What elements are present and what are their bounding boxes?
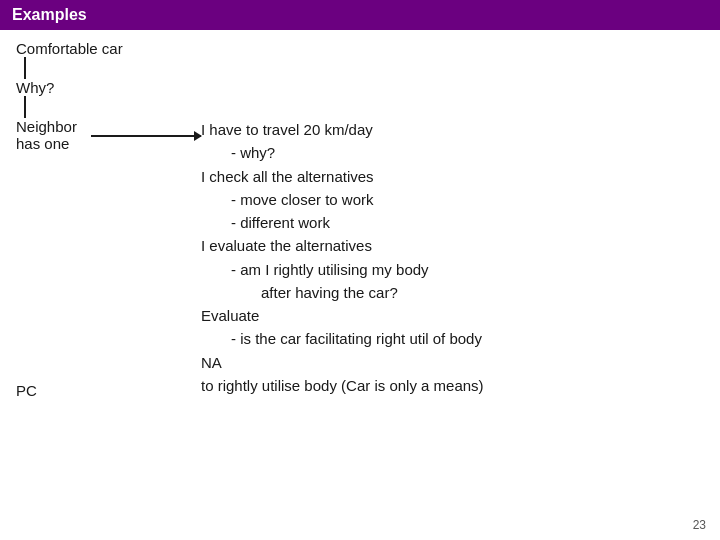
content-line-8: after having the car? — [261, 281, 704, 304]
content-line-9: Evaluate — [201, 304, 704, 327]
content-line-11: NA — [201, 351, 704, 374]
right-content-block: I have to travel 20 km/day - why? I chec… — [201, 118, 704, 397]
content-line-6: I evaluate the alternatives — [201, 234, 704, 257]
comfortable-car-item: Comfortable car — [16, 40, 704, 57]
arrow-line-h — [91, 135, 201, 137]
slide-header: Examples — [0, 0, 720, 30]
content-line-3: I check all the alternatives — [201, 165, 704, 188]
page-number: 23 — [693, 518, 706, 532]
comfortable-car-label: Comfortable car — [16, 40, 123, 57]
content-line-2: - why? — [231, 141, 704, 164]
connector-line-1 — [24, 57, 26, 79]
why-item: Why? — [16, 79, 704, 96]
why-label: Why? — [16, 79, 54, 96]
content-line-12: to rightly utilise body (Car is only a m… — [201, 374, 704, 397]
arrow-row: Neighbor has one PC I have to travel 20 … — [16, 118, 704, 399]
content-line-4: - move closer to work — [231, 188, 704, 211]
arrow-line — [91, 135, 201, 137]
pc-block: PC — [16, 382, 201, 399]
connector-line-2 — [24, 96, 26, 118]
neighbor-block: Neighbor has one — [16, 118, 201, 152]
neighbor-label: Neighbor has one — [16, 118, 91, 152]
left-items: Neighbor has one PC — [16, 118, 201, 399]
content-line-7: - am I rightly utilising my body — [231, 258, 704, 281]
content-line-5: - different work — [231, 211, 704, 234]
slide-body: Comfortable car Why? Neighbor has one — [0, 30, 720, 409]
pc-label: PC — [16, 382, 37, 399]
content-line-1: I have to travel 20 km/day — [201, 118, 704, 141]
content-line-10: - is the car facilitating right util of … — [231, 327, 704, 350]
header-title: Examples — [12, 6, 87, 23]
slide-container: Examples Comfortable car Why? Neighbor h… — [0, 0, 720, 409]
